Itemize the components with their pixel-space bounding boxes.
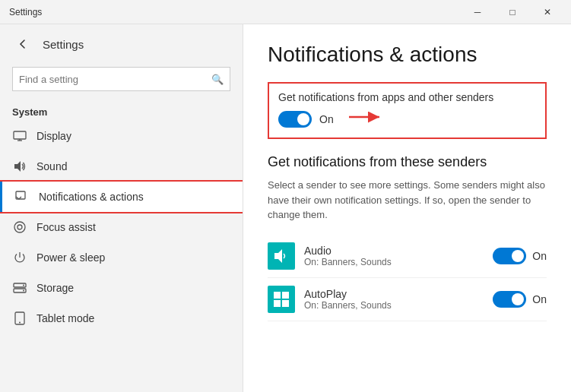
audio-app-info: Audio On: Banners, Sounds [304, 245, 484, 267]
sidebar-item-sound[interactable]: Sound [0, 151, 243, 182]
back-button[interactable] [12, 33, 33, 55]
notifications-toggle-row: On [278, 109, 536, 128]
sidebar-item-storage-label: Storage [36, 282, 74, 294]
toggle-state-label: On [319, 113, 334, 125]
arrow-icon [347, 109, 384, 128]
autoplay-app-icon [268, 286, 295, 313]
audio-toggle-label: On [532, 250, 547, 262]
svg-rect-19 [282, 300, 289, 307]
autoplay-app-name: AutoPlay [304, 288, 484, 300]
sound-icon [12, 159, 27, 174]
sidebar-header: Settings [0, 24, 243, 64]
arrow-right-icon [347, 109, 384, 125]
svg-point-10 [23, 290, 24, 292]
get-notifications-label: Get notifications from apps and other se… [278, 91, 536, 103]
search-input[interactable] [19, 74, 207, 85]
main-layout: Settings 🔍 System Display [0, 24, 571, 392]
content-area: Notifications & actions Get notification… [243, 24, 571, 392]
sidebar-item-display-label: Display [36, 130, 71, 142]
autoplay-toggle-label: On [532, 293, 547, 305]
sidebar-item-power-sleep[interactable]: Power & sleep [0, 242, 243, 273]
audio-app-status: On: Banners, Sounds [304, 257, 484, 267]
search-box[interactable]: 🔍 [12, 67, 230, 91]
sidebar-item-tablet-label: Tablet mode [36, 312, 94, 324]
autoplay-toggle-knob [512, 293, 524, 305]
sidebar: Settings 🔍 System Display [0, 24, 243, 392]
toggle-knob [297, 113, 309, 125]
notification-toggle-section: Get notifications from apps and other se… [268, 82, 547, 139]
audio-app-icon [268, 242, 295, 270]
sidebar-item-notifications-label: Notifications & actions [39, 191, 144, 203]
system-section-label: System [0, 100, 243, 121]
audio-app-name: Audio [304, 245, 484, 257]
sidebar-item-focus-assist[interactable]: Focus assist [0, 212, 243, 242]
back-icon [17, 39, 28, 49]
sidebar-item-tablet-mode[interactable]: Tablet mode [0, 303, 243, 334]
app-item-autoplay[interactable]: AutoPlay On: Banners, Sounds On [268, 278, 547, 321]
titlebar: Settings ─ □ ✕ [0, 0, 571, 24]
search-icon: 🔍 [211, 74, 224, 85]
senders-title: Get notifications from these senders [268, 154, 547, 170]
audio-toggle[interactable] [493, 248, 526, 264]
power-icon [12, 250, 27, 265]
svg-point-9 [23, 285, 24, 286]
senders-section: Get notifications from these senders Sel… [268, 154, 547, 321]
titlebar-controls: ─ □ ✕ [460, 0, 565, 24]
sidebar-item-focus-label: Focus assist [36, 221, 96, 233]
sidebar-item-sound-label: Sound [36, 160, 67, 172]
app-item-audio[interactable]: Audio On: Banners, Sounds On [268, 235, 547, 278]
svg-marker-3 [14, 161, 21, 172]
search-container: 🔍 [0, 64, 243, 100]
svg-point-12 [19, 322, 21, 324]
autoplay-app-info: AutoPlay On: Banners, Sounds [304, 288, 484, 311]
minimize-button[interactable]: ─ [460, 0, 495, 24]
notifications-icon [14, 189, 30, 204]
tablet-icon [12, 311, 27, 326]
svg-rect-18 [274, 300, 281, 307]
sidebar-item-power-label: Power & sleep [36, 251, 105, 264]
sidebar-item-notifications[interactable]: Notifications & actions [0, 182, 243, 212]
display-icon [12, 128, 27, 144]
svg-rect-16 [274, 292, 281, 299]
svg-marker-15 [274, 249, 282, 263]
storage-icon [12, 280, 27, 296]
svg-point-6 [17, 225, 22, 229]
audio-toggle-row: On [493, 248, 547, 264]
svg-rect-17 [282, 292, 289, 299]
sidebar-item-display[interactable]: Display [0, 121, 243, 151]
svg-rect-0 [14, 131, 26, 139]
sidebar-item-storage[interactable]: Storage [0, 273, 243, 303]
titlebar-title: Settings [9, 7, 42, 17]
autoplay-toggle-row: On [493, 291, 547, 308]
svg-point-5 [14, 222, 25, 232]
sidebar-app-title: Settings [43, 38, 84, 51]
autoplay-app-status: On: Banners, Sounds [304, 300, 484, 311]
notifications-toggle[interactable] [278, 111, 312, 128]
senders-description: Select a sender to see more settings. So… [268, 178, 547, 223]
audio-toggle-knob [512, 250, 524, 262]
page-title: Notifications & actions [268, 43, 547, 67]
maximize-button[interactable]: □ [495, 0, 530, 24]
close-button[interactable]: ✕ [530, 0, 565, 24]
autoplay-toggle[interactable] [493, 291, 526, 308]
focus-icon [12, 220, 27, 235]
